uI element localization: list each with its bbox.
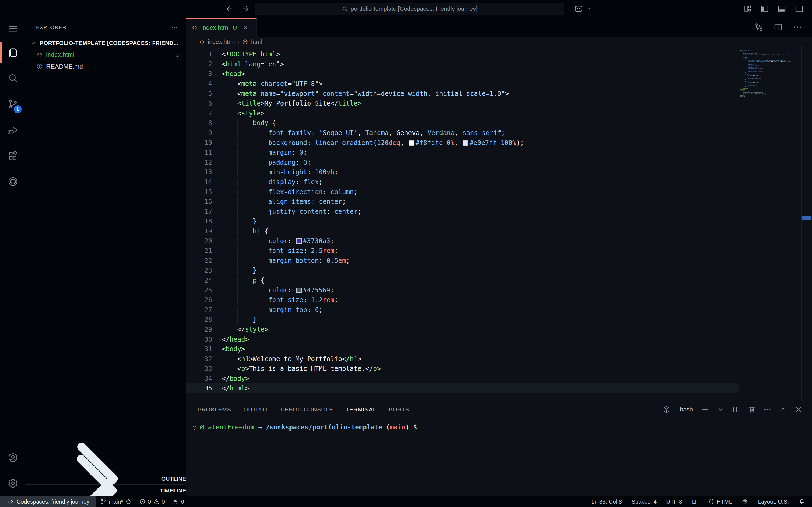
line-number[interactable]: 32 xyxy=(186,355,212,363)
toggle-secondary-sidebar-button[interactable] xyxy=(794,4,804,14)
code-line[interactable]: 25 color: #475569; xyxy=(186,285,812,295)
encoding-item[interactable]: UTF-8 xyxy=(662,496,686,507)
line-number[interactable]: 26 xyxy=(186,296,212,304)
code-line[interactable]: 1<!DOCTYPE html> xyxy=(186,49,812,59)
history-back-button[interactable] xyxy=(225,4,234,13)
code-line[interactable]: 4 <meta charset="UTF-8"> xyxy=(186,79,812,89)
close-panel-button[interactable] xyxy=(794,405,803,414)
code-line[interactable]: 6 <title>My Portfolio Site</title> xyxy=(186,99,812,109)
sidebar-item-run-debug[interactable] xyxy=(0,117,25,143)
toggle-sidebar-button[interactable] xyxy=(760,4,769,14)
line-number[interactable]: 17 xyxy=(186,208,212,215)
code-line[interactable]: 33 <p>This is a basic HTML template.</p> xyxy=(186,364,812,374)
code-line[interactable]: 14 display: flex; xyxy=(186,177,812,187)
line-number[interactable]: 30 xyxy=(186,336,212,343)
line-number[interactable]: 9 xyxy=(186,129,212,137)
line-number[interactable]: 6 xyxy=(186,100,212,107)
line-number[interactable]: 23 xyxy=(186,267,212,274)
line-number[interactable]: 1 xyxy=(186,51,212,58)
line-number[interactable]: 18 xyxy=(186,218,212,225)
branch-status-item[interactable]: main* xyxy=(97,496,135,507)
tab-output[interactable]: OUTPUT xyxy=(243,401,268,418)
code-line[interactable]: 24 p { xyxy=(186,276,812,285)
language-mode-item[interactable]: HTML xyxy=(704,496,736,507)
code-line[interactable]: 16 align-items: center; xyxy=(186,197,812,207)
line-number[interactable]: 21 xyxy=(186,247,212,255)
line-number[interactable]: 12 xyxy=(186,159,212,166)
line-number[interactable]: 28 xyxy=(186,316,212,323)
code-line[interactable]: 12 padding: 0; xyxy=(186,158,812,168)
sidebar-item-extensions[interactable] xyxy=(0,143,25,169)
tab-problems[interactable]: PROBLEMS xyxy=(197,401,231,418)
history-forward-button[interactable] xyxy=(241,4,250,13)
kill-terminal-button[interactable] xyxy=(748,405,756,414)
line-number[interactable]: 14 xyxy=(186,178,212,186)
line-number[interactable]: 27 xyxy=(186,306,212,314)
line-number[interactable]: 11 xyxy=(186,149,212,156)
indentation-item[interactable]: Spaces: 4 xyxy=(628,496,660,507)
code-line[interactable]: 2<html lang="en"> xyxy=(186,59,812,69)
ports-status-item[interactable]: 0 xyxy=(169,496,188,507)
code-line[interactable]: 3<head> xyxy=(186,69,812,79)
line-number[interactable]: 20 xyxy=(186,237,212,245)
code-line[interactable]: 19 h1 { xyxy=(186,226,812,236)
line-number[interactable]: 24 xyxy=(186,277,212,284)
minimap[interactable]: <!DOCTYPE html><html lang="en"><head> <m… xyxy=(740,48,801,97)
line-number[interactable]: 5 xyxy=(186,90,212,98)
cursor-position-item[interactable]: Ln 35, Col 8 xyxy=(588,496,626,507)
problems-status-item[interactable]: 0 0 xyxy=(135,496,169,507)
code-line[interactable]: 26 font-size: 1.2rem; xyxy=(186,295,812,305)
sidebar-item-explorer[interactable] xyxy=(0,40,25,65)
line-number[interactable]: 4 xyxy=(186,80,212,88)
code-line[interactable]: 5 <meta name="viewport" content="width=d… xyxy=(186,89,812,99)
code-line[interactable]: 28 } xyxy=(186,315,812,325)
explorer-more-actions-button[interactable] xyxy=(171,23,179,32)
code-line[interactable]: 15 flex-direction: column; xyxy=(186,187,812,197)
editor-more-actions-button[interactable] xyxy=(793,22,802,32)
tab-terminal[interactable]: TERMINAL xyxy=(346,401,376,418)
code-line[interactable]: 13 min-height: 100vh; xyxy=(186,167,812,177)
line-number[interactable]: 34 xyxy=(186,375,212,382)
code-line[interactable]: 35</html> xyxy=(186,384,812,393)
code-line[interactable]: 17 justify-content: center; xyxy=(186,207,812,217)
panel-more-actions-button[interactable] xyxy=(763,405,772,414)
sidebar-item-search[interactable] xyxy=(0,65,25,91)
file-item-readme-md[interactable]: README.md xyxy=(26,61,186,72)
tab-index-html[interactable]: index.html U xyxy=(186,18,257,37)
timeline-section-header[interactable]: TIMELINE xyxy=(26,485,186,496)
line-number[interactable]: 29 xyxy=(186,326,212,333)
code-line[interactable]: 8 body { xyxy=(186,118,812,128)
customize-layout-button[interactable] xyxy=(743,4,752,14)
line-number[interactable]: 2 xyxy=(186,60,212,68)
breadcrumb-symbol[interactable]: html xyxy=(251,39,263,45)
code-line[interactable]: 27 margin-top: 0; xyxy=(186,305,812,315)
codespaces-account-menu[interactable] xyxy=(573,3,591,14)
code-line[interactable]: 23 } xyxy=(186,266,812,276)
tab-ports[interactable]: PORTS xyxy=(389,401,409,418)
sidebar-item-source-control[interactable]: 1 xyxy=(0,91,25,117)
terminal-prompt[interactable]: ○ @LatentFreedom → /workspaces/portfolio… xyxy=(186,418,812,431)
menu-button[interactable] xyxy=(0,18,25,40)
open-changes-button[interactable] xyxy=(754,22,764,32)
keyboard-layout-item[interactable]: Layout: U.S. xyxy=(754,496,793,507)
breadcrumb[interactable]: index.html › html xyxy=(186,37,812,47)
line-number[interactable]: 31 xyxy=(186,345,212,353)
maximize-panel-button[interactable] xyxy=(779,405,787,414)
split-terminal-button[interactable] xyxy=(732,405,741,414)
toggle-panel-button[interactable] xyxy=(777,4,787,14)
code-line[interactable]: 10 background: linear-gradient(120deg, #… xyxy=(186,138,812,148)
remote-indicator[interactable]: Codespaces: friendly journey xyxy=(0,496,97,507)
line-number[interactable]: 22 xyxy=(186,257,212,265)
line-number[interactable]: 7 xyxy=(186,110,212,117)
line-number[interactable]: 10 xyxy=(186,139,212,147)
explorer-root-folder[interactable]: PORTFOLIO-TEMPLATE [CODESPACES: FRIEND..… xyxy=(26,37,186,49)
file-item-index-html[interactable]: index.html U xyxy=(26,49,186,61)
code-line[interactable]: 9 font-family: 'Segoe UI', Tahoma, Genev… xyxy=(186,128,812,138)
code-editor[interactable]: 1<!DOCTYPE html>2<html lang="en">3<head>… xyxy=(186,47,812,401)
code-line[interactable]: 7 <style> xyxy=(186,109,812,118)
split-editor-button[interactable] xyxy=(773,22,783,32)
code-line[interactable]: 21 font-size: 2.5rem; xyxy=(186,246,812,256)
line-number[interactable]: 16 xyxy=(186,198,212,206)
code-line[interactable]: 22 margin-bottom: 0.5em; xyxy=(186,256,812,266)
code-line[interactable]: 32 <h1>Welcome to My Portfolio</h1> xyxy=(186,354,812,364)
